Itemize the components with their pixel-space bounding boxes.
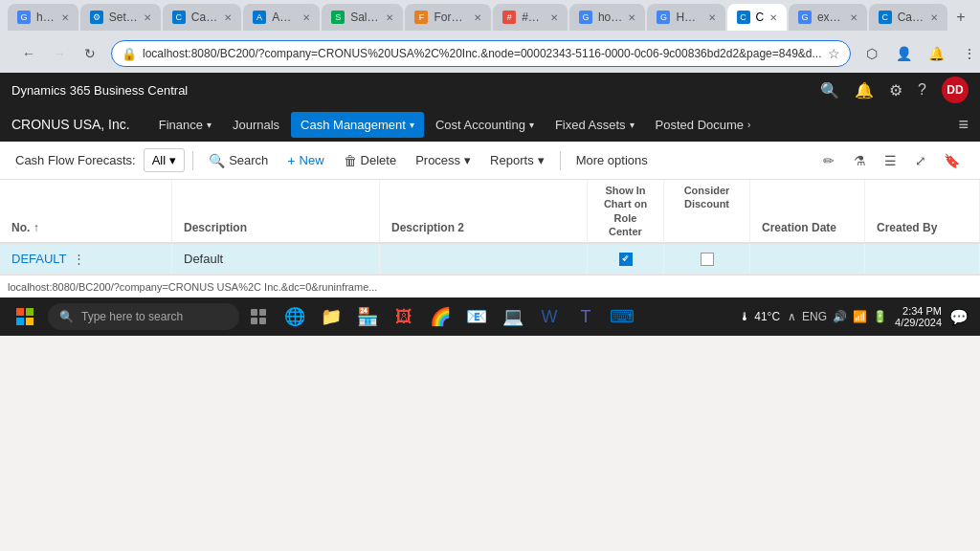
tab-close-7[interactable]: ✕ bbox=[550, 12, 558, 23]
process-button[interactable]: Process ▾ bbox=[408, 149, 479, 171]
col-header-show-in-chart[interactable]: Show InChart onRoleCenter bbox=[588, 180, 664, 242]
show-in-chart-checkbox[interactable]: ✓ bbox=[619, 253, 633, 266]
tab-favicon-7: # bbox=[502, 11, 516, 24]
taskbar-app-chrome[interactable]: 🌈 bbox=[423, 299, 457, 334]
tab-10[interactable]: C Ca ✕ bbox=[727, 4, 787, 31]
browser-toolbar-icons: ⬡ 👤 🔔 ⋮ Relaunch to update bbox=[851, 40, 981, 67]
forward-button[interactable]: → bbox=[46, 40, 73, 67]
tab-close-11[interactable]: ✕ bbox=[850, 12, 858, 23]
profile-icon[interactable]: 👤 bbox=[891, 40, 918, 67]
weather-icon: 🌡 bbox=[739, 310, 750, 323]
nav-item-posted-documents[interactable]: Posted Docume › bbox=[646, 112, 761, 138]
nav-item-cash-management[interactable]: Cash Management ▾ bbox=[291, 112, 424, 138]
tab-7[interactable]: # #1535 ✕ bbox=[493, 4, 568, 31]
tab-8[interactable]: G how to ✕ bbox=[569, 4, 645, 31]
tab-4[interactable]: A Analyz ✕ bbox=[243, 4, 320, 31]
avatar[interactable]: DD bbox=[942, 77, 969, 103]
expand-icon-btn[interactable]: ⤢ bbox=[907, 147, 934, 174]
notifications-icon[interactable]: 🔔 bbox=[924, 40, 950, 67]
search-button[interactable]: 🔍 Search bbox=[201, 149, 276, 172]
tab-11[interactable]: G explain ✕ bbox=[789, 4, 867, 31]
col-header-description[interactable]: Description bbox=[172, 180, 380, 242]
taskbar-clock[interactable]: 2:34 PM 4/29/2024 bbox=[895, 305, 942, 328]
statusbar-url: localhost:8080/BC200/?company=CRONUS USA… bbox=[8, 281, 377, 293]
new-button[interactable]: + New bbox=[279, 149, 331, 172]
nav-item-cost-accounting[interactable]: Cost Accounting ▾ bbox=[426, 112, 544, 138]
taskbar-app-files[interactable]: 📁 bbox=[314, 299, 348, 334]
tab-6[interactable]: F Foreca... ✕ bbox=[405, 4, 491, 31]
settings-icon[interactable]: ⋮ bbox=[956, 40, 981, 67]
taskbar-app-1[interactable] bbox=[241, 299, 276, 334]
taskbar-app-photos[interactable]: 🖼 bbox=[387, 299, 421, 334]
extensions-icon[interactable]: ⬡ bbox=[858, 40, 885, 67]
taskbar-app-vscode[interactable]: ⌨ bbox=[605, 299, 639, 334]
tray-icons[interactable]: ∧ bbox=[788, 310, 796, 323]
help-icon[interactable]: ? bbox=[918, 81, 926, 99]
tab-close-3[interactable]: ✕ bbox=[224, 12, 232, 23]
battery-icon[interactable]: 🔋 bbox=[873, 310, 887, 323]
volume-icon[interactable]: 🔊 bbox=[833, 310, 847, 323]
bookmark-icon[interactable]: ☆ bbox=[828, 46, 840, 61]
col-header-creation-date[interactable]: Creation Date bbox=[750, 180, 865, 242]
edit-icon-btn[interactable]: ✏ bbox=[815, 147, 842, 174]
tab-close-6[interactable]: ✕ bbox=[474, 12, 481, 23]
browser-tab-bar: G how t ✕ ⚙ Settin... ✕ C Cash F ✕ A Ana… bbox=[0, 0, 980, 34]
nav-item-finance[interactable]: Finance ▾ bbox=[149, 112, 221, 138]
taskbar-app-edge[interactable]: 🌐 bbox=[278, 299, 312, 334]
filter-icon-btn[interactable]: ⚗ bbox=[846, 147, 873, 174]
col-header-created-by[interactable]: Created By bbox=[865, 180, 980, 242]
tab-close-1[interactable]: ✕ bbox=[61, 12, 69, 23]
back-button[interactable]: ← bbox=[15, 40, 42, 67]
tab-3[interactable]: C Cash F ✕ bbox=[163, 4, 241, 31]
row-link-default[interactable]: DEFAULT bbox=[11, 252, 67, 266]
tab-9[interactable]: G How to ✕ bbox=[647, 4, 724, 31]
nav-item-journals[interactable]: Journals bbox=[223, 112, 289, 138]
start-button[interactable] bbox=[4, 299, 46, 334]
plus-icon: + bbox=[287, 153, 295, 168]
tab-12[interactable]: C Cash F ✕ bbox=[869, 4, 947, 31]
tab-2[interactable]: ⚙ Settin... ✕ bbox=[80, 4, 161, 31]
gear-icon[interactable]: ⚙ bbox=[889, 81, 902, 99]
delete-button[interactable]: 🗑 Delete bbox=[336, 149, 405, 172]
bell-icon[interactable]: 🔔 bbox=[855, 81, 874, 99]
taskbar-app-store[interactable]: 🏪 bbox=[350, 299, 385, 334]
list-icon-btn[interactable]: ☰ bbox=[877, 147, 903, 174]
taskbar-app-word[interactable]: W bbox=[532, 299, 567, 334]
tab-close-12[interactable]: ✕ bbox=[930, 12, 938, 23]
network-icon[interactable]: 📶 bbox=[853, 310, 867, 323]
tab-5[interactable]: S Sales C ✕ bbox=[322, 4, 403, 31]
td-consider-discount[interactable] bbox=[664, 244, 750, 274]
taskbar-app-teams[interactable]: T bbox=[568, 299, 603, 334]
filter-dropdown[interactable]: All ▾ bbox=[144, 148, 185, 172]
hamburger-icon[interactable]: ≡ bbox=[958, 115, 969, 135]
col-header-description2[interactable]: Description 2 bbox=[380, 180, 588, 242]
chevron-down-icon: ▾ bbox=[207, 120, 212, 130]
tab-close-4[interactable]: ✕ bbox=[302, 12, 310, 23]
consider-discount-checkbox[interactable] bbox=[701, 253, 714, 266]
td-show-in-chart[interactable]: ✓ bbox=[588, 244, 664, 274]
search-icon[interactable]: 🔍 bbox=[820, 81, 839, 99]
tab-close-8[interactable]: ✕ bbox=[628, 12, 635, 23]
nav-item-fixed-assets[interactable]: Fixed Assets ▾ bbox=[546, 112, 644, 138]
tab-close-5[interactable]: ✕ bbox=[386, 12, 393, 23]
notifications-taskbar-icon[interactable]: 💬 bbox=[949, 308, 969, 326]
tab-close-10[interactable]: ✕ bbox=[769, 12, 777, 23]
reports-button[interactable]: Reports ▾ bbox=[482, 149, 552, 171]
tab-1[interactable]: G how t ✕ bbox=[8, 4, 78, 31]
tab-favicon-5: S bbox=[331, 11, 345, 24]
tab-close-9[interactable]: ✕ bbox=[708, 12, 716, 23]
tab-label-7: #1535 bbox=[522, 11, 545, 24]
search-icon-btn: 🔍 bbox=[209, 153, 225, 168]
col-header-consider-discount[interactable]: ConsiderDiscount bbox=[664, 180, 750, 242]
taskbar-app-mail[interactable]: 📧 bbox=[459, 299, 494, 334]
col-header-no[interactable]: No. ↑ bbox=[0, 180, 172, 242]
reload-button[interactable]: ↻ bbox=[77, 40, 103, 67]
taskbar-app-terminal[interactable]: 💻 bbox=[496, 299, 530, 334]
tab-close-2[interactable]: ✕ bbox=[144, 12, 151, 23]
address-bar[interactable]: 🔒 localhost:8080/BC200/?company=CRONUS%2… bbox=[111, 40, 851, 67]
more-options-button[interactable]: More options bbox=[568, 149, 656, 171]
new-tab-button[interactable]: + bbox=[949, 4, 972, 31]
bookmark-icon-btn[interactable]: 🔖 bbox=[938, 147, 965, 174]
row-menu-icon[interactable]: ⋮ bbox=[73, 252, 85, 266]
taskbar-search[interactable]: 🔍 Type here to search bbox=[48, 303, 239, 330]
